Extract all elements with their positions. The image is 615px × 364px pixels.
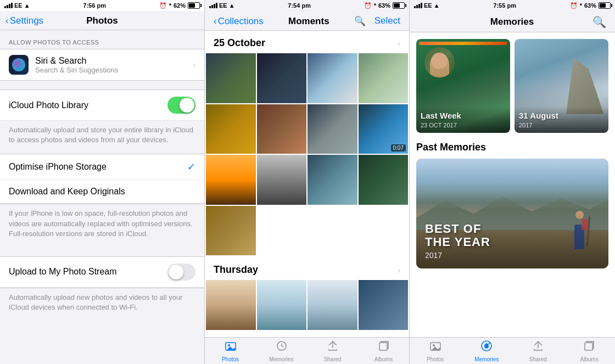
section-header-allow: ALLOW PHOTOS TO ACCESS <box>0 30 204 49</box>
shared-tab-icon <box>327 340 339 355</box>
tab-memories-moments[interactable]: Memories <box>256 340 307 362</box>
memory-card-august[interactable]: 31 August 2017 <box>515 39 608 133</box>
search-button-memories[interactable]: 🔍 <box>592 15 606 29</box>
nav-bar-settings: ‹ Settings Photos <box>0 11 204 30</box>
back-button-settings[interactable]: ‹ Settings <box>5 15 43 26</box>
past-memories-label: Past Memories <box>416 142 608 153</box>
photo-grid-thu <box>205 280 409 330</box>
best-of-year-card[interactable]: BEST OFTHE YEAR 2017 <box>416 159 608 268</box>
bar4 <box>11 3 13 8</box>
wifi-icon-settings: ▲ <box>24 2 30 9</box>
icloud-toggle-row[interactable]: iCloud Photo Library <box>0 89 204 121</box>
albums-tab-icon <box>378 340 390 355</box>
photo-thumb[interactable] <box>206 280 256 330</box>
select-button-moments[interactable]: Select <box>374 15 400 27</box>
siri-subtitle: Search & Siri Suggestions <box>35 66 193 74</box>
best-of-year-year: 2017 <box>425 251 600 260</box>
storage-desc: If your iPhone is low on space, full-res… <box>0 204 204 248</box>
photo-thumb[interactable] <box>359 155 409 205</box>
back-label-moments: Collections <box>218 16 264 27</box>
tab-photos-moments[interactable]: Photos <box>205 340 256 362</box>
photo-thumb[interactable] <box>308 53 357 103</box>
carrier-moments: EE <box>219 2 227 9</box>
alarm-icon-settings: ⏰ <box>159 2 167 9</box>
tab-memories-mem[interactable]: Memories <box>461 340 513 362</box>
signal-moments: EE ▲ <box>209 2 235 9</box>
memories-tab-icon <box>276 340 288 355</box>
bar2m <box>211 5 213 8</box>
svg-marker-2 <box>227 346 236 350</box>
battery-fill-moments <box>394 3 400 8</box>
tab-photos-memories[interactable]: Photos <box>410 340 461 362</box>
memory-card-last-week[interactable]: Last Week 23 OCT 2017 <box>416 39 510 133</box>
download-row[interactable]: Download and Keep Originals <box>0 180 204 204</box>
time-memories: 7:55 pm <box>493 2 516 9</box>
tab-albums-mem[interactable]: Albums <box>564 340 616 362</box>
photo-thumb[interactable] <box>206 206 256 256</box>
photo-thumb[interactable]: 0:07 <box>359 104 409 154</box>
siri-title: Siri & Search <box>35 56 193 66</box>
icloud-section: iCloud Photo Library <box>0 89 204 121</box>
photo-thumb[interactable] <box>359 53 409 103</box>
photo-thumb[interactable] <box>257 280 307 330</box>
memories-panel: EE ▲ 7:55 pm ⏰ * 63% Memories 🔍 <box>410 0 615 364</box>
time-moments: 7:54 pm <box>288 2 311 9</box>
carrier-memories: EE <box>424 2 432 9</box>
last-week-title: Last Week <box>421 111 506 121</box>
optimise-label: Optimise iPhone Storage <box>9 162 187 172</box>
tab-shared-moments[interactable]: Shared <box>307 340 358 362</box>
siri-search-row[interactable]: Siri & Search Search & Siri Suggestions … <box>0 49 204 80</box>
bar3 <box>9 4 10 8</box>
moments-content[interactable]: 25 October › 0:07 <box>205 31 409 337</box>
photo-thumb[interactable] <box>257 104 307 154</box>
alarm-icon-memories: ⏰ <box>570 2 578 9</box>
photo-thumb[interactable] <box>257 155 307 205</box>
tab-label-memories-mem: Memories <box>474 356 499 362</box>
optimise-row[interactable]: Optimise iPhone Storage ✓ <box>0 154 204 180</box>
photo-thumb[interactable] <box>359 280 409 330</box>
siri-icon-inner <box>12 58 25 71</box>
photo-thumb[interactable] <box>308 155 357 205</box>
tab-label-photos-moments: Photos <box>222 356 239 362</box>
moment-header-thu[interactable]: Thursday › <box>205 257 409 280</box>
photostream-toggle-switch[interactable] <box>167 264 195 281</box>
back-button-moments[interactable]: ‹ Collections <box>214 16 264 27</box>
moments-nav: ‹ Collections Moments 🔍 Select <box>205 11 409 31</box>
moment-section-thu: Thursday › <box>205 257 409 330</box>
siri-text: Siri & Search Search & Siri Suggestions <box>35 56 193 74</box>
moment-chevron-oct: › <box>398 39 400 48</box>
signal-bars-memories <box>414 3 422 8</box>
photo-thumb[interactable] <box>206 104 256 154</box>
status-right-moments: ⏰ * 63% <box>364 2 405 9</box>
albums-tab-icon-mem <box>583 340 595 355</box>
photos-tab-icon <box>225 340 237 355</box>
battery-pct-settings: 62% <box>174 2 186 9</box>
tab-shared-mem[interactable]: Shared <box>512 340 564 362</box>
best-of-year-title: BEST OFTHE YEAR <box>425 222 600 249</box>
status-bar-settings: EE ▲ 7:56 pm ⏰ * 62% <box>0 0 204 11</box>
status-right-settings: ⏰ * 62% <box>159 2 200 9</box>
tab-albums-moments[interactable]: Albums <box>358 340 409 362</box>
photo-thumb[interactable] <box>308 104 357 154</box>
moment-header-oct[interactable]: 25 October › <box>205 31 409 53</box>
bar1 <box>4 6 6 8</box>
photo-thumb[interactable] <box>206 53 256 103</box>
photostream-desc: Automatically upload new photos and vide… <box>0 288 204 321</box>
bluetooth-icon-moments: * <box>374 2 376 9</box>
status-right-memories: ⏰ * 63% <box>570 2 611 9</box>
photo-thumb[interactable] <box>308 280 357 330</box>
photo-thumb[interactable] <box>257 53 307 103</box>
photostream-toggle-row[interactable]: Upload to My Photo Stream <box>0 257 204 288</box>
alarm-icon-moments: ⏰ <box>364 2 372 9</box>
battery-fill-settings <box>189 3 195 8</box>
best-overlay: BEST OFTHE YEAR 2017 <box>416 159 608 268</box>
icloud-toggle-switch[interactable] <box>167 97 195 114</box>
battery-icon-settings <box>188 2 200 9</box>
bar4me <box>421 3 422 8</box>
status-bar-moments: EE ▲ 7:54 pm ⏰ * 63% <box>205 0 409 11</box>
moment-chevron-thu: › <box>398 266 400 275</box>
back-label-settings: Settings <box>10 15 43 26</box>
search-button-moments[interactable]: 🔍 <box>354 15 366 27</box>
memories-content[interactable]: Last Week 23 OCT 2017 31 August 2017 <box>410 32 615 337</box>
photo-thumb[interactable] <box>206 155 256 205</box>
